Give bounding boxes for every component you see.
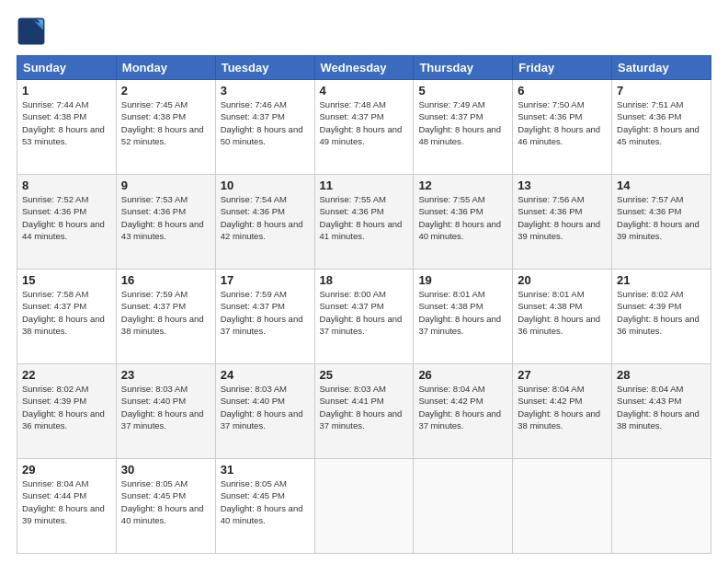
day-info: Sunrise: 7:59 AMSunset: 4:37 PMDaylight:… — [221, 288, 310, 337]
week-row-5: 29 Sunrise: 8:04 AMSunset: 4:44 PMDaylig… — [17, 459, 711, 554]
day-number: 7 — [617, 84, 706, 98]
header-row: SundayMondayTuesdayWednesdayThursdayFrid… — [17, 56, 711, 80]
day-cell: 26 Sunrise: 8:04 AMSunset: 4:42 PMDaylig… — [414, 364, 513, 459]
day-cell: 24 Sunrise: 8:03 AMSunset: 4:40 PMDaylig… — [215, 364, 314, 459]
day-cell: 28 Sunrise: 8:04 AMSunset: 4:43 PMDaylig… — [612, 364, 711, 459]
day-info: Sunrise: 7:59 AMSunset: 4:37 PMDaylight:… — [121, 288, 210, 337]
day-info: Sunrise: 8:03 AMSunset: 4:40 PMDaylight:… — [221, 383, 310, 431]
day-cell: 15 Sunrise: 7:58 AMSunset: 4:37 PMDaylig… — [17, 270, 117, 364]
day-info: Sunrise: 8:04 AMSunset: 4:42 PMDaylight:… — [518, 383, 607, 431]
day-cell: 8 Sunrise: 7:52 AMSunset: 4:36 PMDayligh… — [17, 175, 117, 270]
header-day-wednesday: Wednesday — [314, 56, 414, 80]
day-info: Sunrise: 8:03 AMSunset: 4:41 PMDaylight:… — [320, 383, 409, 431]
header-day-friday: Friday — [513, 56, 612, 80]
day-cell: 12 Sunrise: 7:55 AMSunset: 4:36 PMDaylig… — [414, 175, 513, 270]
day-number: 20 — [518, 273, 607, 287]
day-number: 16 — [121, 273, 210, 287]
logo-icon — [17, 17, 46, 46]
day-cell: 22 Sunrise: 8:02 AMSunset: 4:39 PMDaylig… — [17, 364, 117, 459]
day-cell: 18 Sunrise: 8:00 AMSunset: 4:37 PMDaylig… — [314, 270, 414, 364]
day-cell: 11 Sunrise: 7:55 AMSunset: 4:36 PMDaylig… — [314, 175, 414, 270]
day-info: Sunrise: 7:53 AMSunset: 4:36 PMDaylight:… — [121, 193, 210, 242]
day-cell: 16 Sunrise: 7:59 AMSunset: 4:37 PMDaylig… — [116, 270, 215, 364]
day-number: 11 — [320, 178, 409, 192]
week-row-2: 8 Sunrise: 7:52 AMSunset: 4:36 PMDayligh… — [17, 175, 711, 270]
day-number: 3 — [221, 84, 310, 98]
day-number: 30 — [121, 463, 210, 477]
day-cell: 17 Sunrise: 7:59 AMSunset: 4:37 PMDaylig… — [215, 270, 314, 364]
day-number: 23 — [121, 368, 210, 382]
day-cell: 10 Sunrise: 7:54 AMSunset: 4:36 PMDaylig… — [215, 175, 314, 270]
header-day-thursday: Thursday — [414, 56, 513, 80]
day-cell: 21 Sunrise: 8:02 AMSunset: 4:39 PMDaylig… — [612, 270, 711, 364]
day-number: 22 — [22, 368, 111, 382]
day-number: 9 — [121, 178, 210, 192]
day-number: 27 — [518, 368, 607, 382]
day-info: Sunrise: 8:03 AMSunset: 4:40 PMDaylight:… — [121, 383, 210, 431]
day-cell: 1 Sunrise: 7:44 AMSunset: 4:38 PMDayligh… — [17, 80, 117, 175]
day-cell: 19 Sunrise: 8:01 AMSunset: 4:38 PMDaylig… — [414, 270, 513, 364]
day-number: 14 — [617, 178, 706, 192]
day-cell — [414, 459, 513, 554]
day-info: Sunrise: 7:48 AMSunset: 4:37 PMDaylight:… — [320, 98, 409, 147]
day-info: Sunrise: 7:44 AMSunset: 4:38 PMDaylight:… — [22, 98, 111, 147]
week-row-1: 1 Sunrise: 7:44 AMSunset: 4:38 PMDayligh… — [17, 80, 711, 175]
day-cell: 9 Sunrise: 7:53 AMSunset: 4:36 PMDayligh… — [116, 175, 215, 270]
day-info: Sunrise: 7:52 AMSunset: 4:36 PMDaylight:… — [22, 193, 111, 242]
header-day-monday: Monday — [116, 56, 215, 80]
header-day-sunday: Sunday — [17, 56, 117, 80]
day-info: Sunrise: 7:56 AMSunset: 4:36 PMDaylight:… — [518, 193, 607, 242]
day-number: 19 — [418, 273, 507, 287]
calendar-table: SundayMondayTuesdayWednesdayThursdayFrid… — [17, 55, 711, 554]
day-info: Sunrise: 7:46 AMSunset: 4:37 PMDaylight:… — [221, 98, 310, 147]
day-info: Sunrise: 8:04 AMSunset: 4:42 PMDaylight:… — [418, 383, 507, 431]
day-info: Sunrise: 8:01 AMSunset: 4:38 PMDaylight:… — [418, 288, 507, 337]
day-info: Sunrise: 7:55 AMSunset: 4:36 PMDaylight:… — [418, 193, 507, 242]
week-row-3: 15 Sunrise: 7:58 AMSunset: 4:37 PMDaylig… — [17, 270, 711, 364]
day-info: Sunrise: 7:50 AMSunset: 4:36 PMDaylight:… — [518, 98, 607, 147]
day-cell: 27 Sunrise: 8:04 AMSunset: 4:42 PMDaylig… — [513, 364, 612, 459]
day-info: Sunrise: 7:58 AMSunset: 4:37 PMDaylight:… — [22, 288, 111, 337]
day-cell: 31 Sunrise: 8:05 AMSunset: 4:45 PMDaylig… — [215, 459, 314, 554]
day-cell: 23 Sunrise: 8:03 AMSunset: 4:40 PMDaylig… — [116, 364, 215, 459]
calendar-header: SundayMondayTuesdayWednesdayThursdayFrid… — [17, 56, 711, 80]
day-number: 8 — [22, 178, 111, 192]
calendar-body: 1 Sunrise: 7:44 AMSunset: 4:38 PMDayligh… — [17, 80, 711, 554]
day-number: 24 — [221, 368, 310, 382]
logo — [17, 17, 50, 46]
week-row-4: 22 Sunrise: 8:02 AMSunset: 4:39 PMDaylig… — [17, 364, 711, 459]
day-info: Sunrise: 7:57 AMSunset: 4:36 PMDaylight:… — [617, 193, 706, 242]
day-info: Sunrise: 7:51 AMSunset: 4:36 PMDaylight:… — [617, 98, 706, 147]
day-cell: 29 Sunrise: 8:04 AMSunset: 4:44 PMDaylig… — [17, 459, 117, 554]
day-number: 28 — [617, 368, 706, 382]
header — [17, 17, 711, 46]
day-number: 2 — [121, 84, 210, 98]
page: SundayMondayTuesdayWednesdayThursdayFrid… — [0, 0, 728, 563]
day-info: Sunrise: 7:49 AMSunset: 4:37 PMDaylight:… — [418, 98, 507, 147]
day-cell: 20 Sunrise: 8:01 AMSunset: 4:38 PMDaylig… — [513, 270, 612, 364]
day-cell: 25 Sunrise: 8:03 AMSunset: 4:41 PMDaylig… — [314, 364, 414, 459]
day-number: 13 — [518, 178, 607, 192]
day-info: Sunrise: 7:55 AMSunset: 4:36 PMDaylight:… — [320, 193, 409, 242]
day-info: Sunrise: 8:05 AMSunset: 4:45 PMDaylight:… — [121, 477, 210, 526]
day-number: 15 — [22, 273, 111, 287]
day-cell: 13 Sunrise: 7:56 AMSunset: 4:36 PMDaylig… — [513, 175, 612, 270]
day-number: 17 — [221, 273, 310, 287]
day-number: 31 — [221, 463, 310, 477]
day-info: Sunrise: 8:04 AMSunset: 4:44 PMDaylight:… — [22, 477, 111, 526]
day-info: Sunrise: 7:54 AMSunset: 4:36 PMDaylight:… — [221, 193, 310, 242]
header-day-tuesday: Tuesday — [215, 56, 314, 80]
day-cell: 2 Sunrise: 7:45 AMSunset: 4:38 PMDayligh… — [116, 80, 215, 175]
day-number: 6 — [518, 84, 607, 98]
day-cell — [314, 459, 414, 554]
day-number: 26 — [418, 368, 507, 382]
day-info: Sunrise: 7:45 AMSunset: 4:38 PMDaylight:… — [121, 98, 210, 147]
day-cell: 4 Sunrise: 7:48 AMSunset: 4:37 PMDayligh… — [314, 80, 414, 175]
day-info: Sunrise: 8:01 AMSunset: 4:38 PMDaylight:… — [518, 288, 607, 337]
day-info: Sunrise: 8:02 AMSunset: 4:39 PMDaylight:… — [617, 288, 706, 337]
day-number: 4 — [320, 84, 409, 98]
day-info: Sunrise: 8:00 AMSunset: 4:37 PMDaylight:… — [320, 288, 409, 337]
day-cell: 14 Sunrise: 7:57 AMSunset: 4:36 PMDaylig… — [612, 175, 711, 270]
day-cell: 6 Sunrise: 7:50 AMSunset: 4:36 PMDayligh… — [513, 80, 612, 175]
day-cell: 7 Sunrise: 7:51 AMSunset: 4:36 PMDayligh… — [612, 80, 711, 175]
